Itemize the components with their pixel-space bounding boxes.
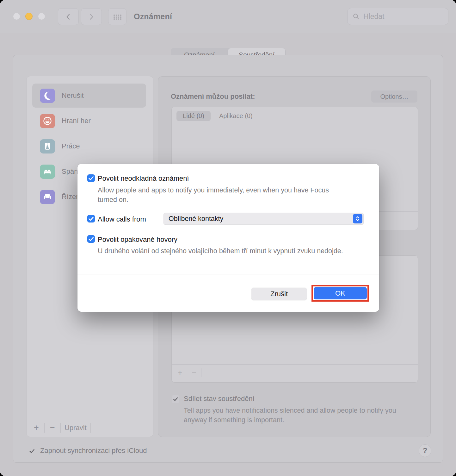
grid-icon — [113, 12, 122, 22]
remove-button[interactable]: − — [191, 368, 198, 377]
allow-urgent-description: Allow people and apps to notify you imme… — [98, 185, 349, 204]
ok-button[interactable]: OK — [314, 287, 367, 299]
allow-calls-from-select[interactable]: Oblíbené kontakty — [163, 213, 364, 225]
chevron-left-icon — [64, 12, 73, 21]
add-focus-button[interactable]: + — [32, 423, 40, 433]
options-button[interactable]: Options… — [371, 91, 417, 103]
tab-people[interactable]: Lidé (0) — [176, 111, 211, 121]
id-badge-icon — [40, 139, 55, 153]
focus-options-dialog: Povolit neodkladná oznámení Allow people… — [77, 164, 379, 312]
toolbar-divider — [44, 423, 45, 433]
minimize-button[interactable] — [25, 13, 33, 20]
toolbar-divider — [187, 368, 187, 377]
share-focus-description: Tell apps you have notifications silence… — [184, 406, 405, 425]
tab-apps[interactable]: Aplikace (0) — [219, 111, 253, 121]
annotation-highlight-box: OK — [311, 285, 369, 302]
dialog-footer-divider — [77, 274, 379, 274]
share-focus-checkbox[interactable] — [172, 395, 179, 403]
divider — [172, 364, 418, 365]
chevron-up-down-icon — [353, 214, 362, 223]
allow-calls-label: Allow calls from — [98, 215, 146, 223]
allow-calls-checkbox[interactable] — [87, 215, 95, 222]
focus-item-gaming[interactable]: Hraní her — [32, 109, 146, 133]
zoom-button[interactable] — [38, 13, 45, 20]
edit-focus-button[interactable]: Upravit — [65, 424, 87, 432]
allow-urgent-checkbox[interactable] — [87, 174, 95, 182]
share-focus-row: Sdílet stav soustředění — [172, 395, 255, 403]
toolbar-divider — [60, 423, 61, 433]
icloud-sync-label: Zapnout synchronizaci přes iCloud — [40, 447, 147, 455]
allow-repeated-description: U druhého volání od stejného volajícího … — [98, 246, 344, 256]
focus-item-do-not-disturb[interactable]: Nerušit — [32, 84, 146, 108]
car-icon — [40, 190, 55, 204]
bed-icon — [40, 165, 55, 179]
allow-repeated-label: Povolit opakované hovory — [98, 235, 177, 244]
titlebar: Oznámení — [0, 0, 456, 33]
close-button[interactable] — [13, 13, 20, 20]
checkmark-icon — [87, 215, 95, 222]
chevron-right-icon — [87, 12, 96, 21]
focus-item-work[interactable]: Práce — [32, 134, 146, 158]
icloud-sync-checkbox[interactable] — [28, 447, 36, 455]
search-field[interactable] — [347, 8, 448, 25]
smiley-icon — [40, 114, 55, 128]
icloud-sync-row: Zapnout synchronizaci přes iCloud — [28, 447, 147, 455]
secondary-list-toolbar: + − — [176, 368, 205, 377]
moon-icon — [40, 89, 55, 103]
checkmark-icon — [87, 235, 95, 243]
focus-item-label: Práce — [62, 142, 80, 150]
focus-item-label: Hraní her — [62, 117, 91, 125]
focus-list-toolbar: + − Upravit — [32, 423, 95, 433]
focus-item-label: Nerušit — [62, 91, 84, 100]
allowed-notifications-heading: Oznámení můžou posílat: — [171, 92, 255, 101]
allow-repeated-checkbox[interactable] — [87, 235, 95, 243]
back-button[interactable] — [58, 8, 79, 25]
show-all-button[interactable] — [108, 8, 126, 25]
selected-option-label: Oblíbené kontakty — [169, 215, 223, 223]
search-input[interactable] — [363, 12, 444, 21]
divider — [172, 125, 418, 125]
checkmark-icon — [87, 174, 95, 182]
search-icon — [352, 12, 360, 21]
checkmark-icon — [172, 396, 179, 403]
toolbar-divider — [201, 368, 201, 377]
window-title: Oznámení — [134, 0, 172, 33]
system-preferences-window: Oznámení Oznámení Soustředění Nerušit — [0, 0, 456, 476]
cancel-button[interactable]: Zrušit — [251, 288, 307, 300]
add-button[interactable]: + — [176, 368, 183, 377]
allow-urgent-label: Povolit neodkladná oznámení — [98, 174, 189, 183]
help-button[interactable]: ? — [419, 444, 431, 457]
forward-button[interactable] — [81, 8, 102, 25]
toolbar-divider — [90, 423, 91, 433]
remove-focus-button[interactable]: − — [48, 423, 57, 433]
share-focus-label: Sdílet stav soustředění — [184, 395, 255, 403]
